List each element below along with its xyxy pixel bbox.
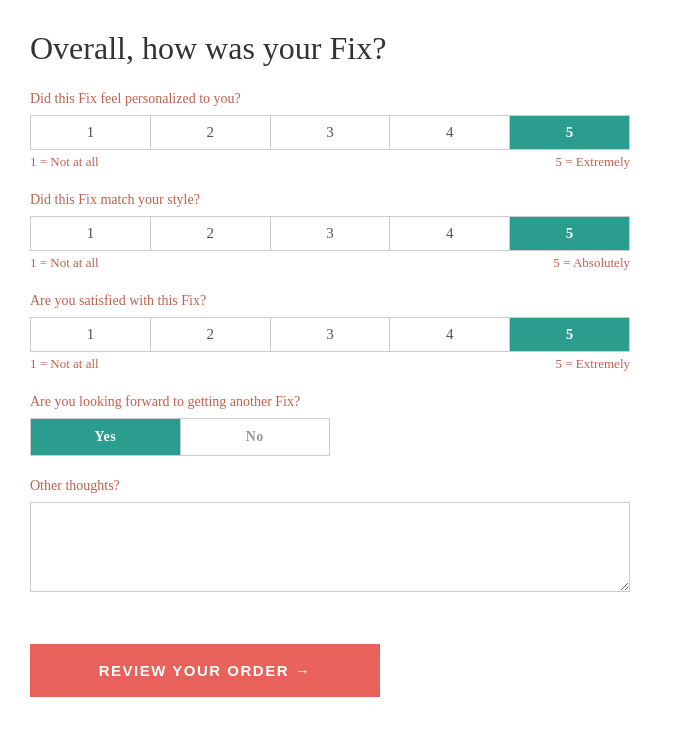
- other-thoughts-label: Other thoughts?: [30, 478, 669, 494]
- rating-personalized-4[interactable]: 4: [390, 116, 510, 149]
- rating-personalized-3[interactable]: 3: [271, 116, 391, 149]
- rating-personalized-5[interactable]: 5: [510, 116, 629, 149]
- scale-labels-style: 1 = Not at all 5 = Absolutely: [30, 255, 630, 271]
- question-personalized-label: Did this Fix feel personalized to you?: [30, 91, 669, 107]
- scale-low-satisfied: 1 = Not at all: [30, 356, 99, 372]
- yes-button[interactable]: Yes: [31, 419, 180, 455]
- rating-satisfied-4[interactable]: 4: [390, 318, 510, 351]
- rating-style[interactable]: 1 2 3 4 5: [30, 216, 630, 251]
- other-thoughts-block: Other thoughts?: [30, 478, 669, 592]
- question-satisfied-label: Are you satisfied with this Fix?: [30, 293, 669, 309]
- rating-style-1[interactable]: 1: [31, 217, 151, 250]
- yes-no-row[interactable]: Yes No: [30, 418, 330, 456]
- question-personalized: Did this Fix feel personalized to you? 1…: [30, 91, 669, 170]
- question-style-label: Did this Fix match your style?: [30, 192, 669, 208]
- rating-personalized-1[interactable]: 1: [31, 116, 151, 149]
- scale-high-style: 5 = Absolutely: [553, 255, 630, 271]
- scale-labels-satisfied: 1 = Not at all 5 = Extremely: [30, 356, 630, 372]
- other-thoughts-input[interactable]: [30, 502, 630, 592]
- question-another: Are you looking forward to getting anoth…: [30, 394, 669, 456]
- scale-high-personalized: 5 = Extremely: [556, 154, 630, 170]
- rating-style-5[interactable]: 5: [510, 217, 629, 250]
- question-satisfied: Are you satisfied with this Fix? 1 2 3 4…: [30, 293, 669, 372]
- question-style: Did this Fix match your style? 1 2 3 4 5…: [30, 192, 669, 271]
- rating-style-2[interactable]: 2: [151, 217, 271, 250]
- scale-low-personalized: 1 = Not at all: [30, 154, 99, 170]
- scale-labels-personalized: 1 = Not at all 5 = Extremely: [30, 154, 630, 170]
- scale-high-satisfied: 5 = Extremely: [556, 356, 630, 372]
- rating-personalized-2[interactable]: 2: [151, 116, 271, 149]
- rating-satisfied[interactable]: 1 2 3 4 5: [30, 317, 630, 352]
- page-title: Overall, how was your Fix?: [30, 30, 669, 67]
- rating-satisfied-3[interactable]: 3: [271, 318, 391, 351]
- rating-satisfied-5[interactable]: 5: [510, 318, 629, 351]
- scale-low-style: 1 = Not at all: [30, 255, 99, 271]
- question-another-label: Are you looking forward to getting anoth…: [30, 394, 669, 410]
- no-button[interactable]: No: [180, 419, 330, 455]
- rating-style-4[interactable]: 4: [390, 217, 510, 250]
- rating-personalized[interactable]: 1 2 3 4 5: [30, 115, 630, 150]
- review-order-button[interactable]: REVIEW YOUR ORDER →: [30, 644, 380, 697]
- rating-style-3[interactable]: 3: [271, 217, 391, 250]
- rating-satisfied-2[interactable]: 2: [151, 318, 271, 351]
- rating-satisfied-1[interactable]: 1: [31, 318, 151, 351]
